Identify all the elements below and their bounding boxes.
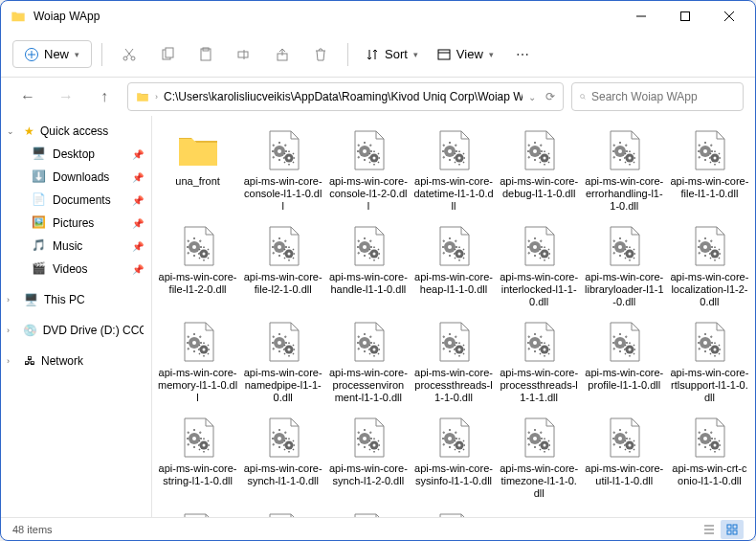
share-button[interactable]: [265, 37, 300, 72]
search-box[interactable]: [571, 82, 744, 111]
file-name: api-ms-win-core-synch-l1-1-0.dll: [243, 462, 322, 501]
file-item[interactable]: api-ms-win-core-file-l1-1-0.dll: [668, 124, 751, 217]
refresh-icon[interactable]: ⟳: [545, 90, 555, 103]
dll-icon: [431, 127, 477, 173]
close-button[interactable]: [707, 1, 751, 32]
dll-icon: [175, 223, 221, 269]
star-icon: ★: [24, 124, 34, 138]
sidebar-item[interactable]: 🎬Videos📌: [1, 258, 151, 281]
copy-button[interactable]: [150, 37, 185, 72]
file-item[interactable]: api-ms-win-core-processthreads-l1-1-1.dl…: [498, 315, 581, 409]
item-icon: 🎵: [32, 238, 47, 254]
statusbar: 48 items: [1, 517, 755, 540]
file-name: api-ms-win-core-string-l1-1-0.dll: [158, 462, 237, 501]
path-text[interactable]: [164, 90, 523, 103]
file-item[interactable]: api-ms-win-core-errorhandling-l1-1-0.dll: [583, 124, 666, 217]
address-input[interactable]: › ⌄ ⟳: [127, 82, 564, 111]
rename-button[interactable]: [227, 37, 261, 72]
icons-view-button[interactable]: [721, 520, 744, 539]
up-button[interactable]: ↑: [89, 81, 120, 112]
file-item[interactable]: api-ms-win-core-interlocked-l1-1-0.dll: [498, 219, 581, 313]
pin-icon: 📌: [132, 218, 144, 229]
item-icon: 📄: [32, 192, 47, 208]
svg-rect-22: [438, 50, 450, 59]
file-pane[interactable]: una_frontapi-ms-win-core-console-l1-1-0.…: [152, 116, 755, 517]
file-item[interactable]: api-ms-win-core-profile-l1-1-0.dll: [583, 315, 666, 409]
file-item[interactable]: api-ms-win-core-heap-l1-1-0.dll: [411, 219, 495, 313]
file-item[interactable]: api-ms-win-core-localization-l1-2-0.dll: [668, 219, 751, 313]
dll-icon: [345, 415, 391, 461]
file-item[interactable]: api-ms-win-core-namedpipe-l1-1-0.dll: [241, 315, 324, 409]
svg-rect-29: [727, 525, 731, 529]
file-item[interactable]: api-ms-win-core-rtlsupport-l1-1-0.dll: [668, 315, 751, 409]
minimize-button[interactable]: [619, 1, 663, 32]
file-item[interactable]: api-ms-win-core-libraryloader-l1-1-0.dll: [583, 219, 666, 313]
dll-icon: [260, 223, 306, 269]
folder-item[interactable]: una_front: [156, 124, 239, 217]
sidebar-this-pc[interactable]: › 🖥️ This PC: [1, 288, 151, 311]
file-item[interactable]: api-ms-win-core-sysinfo-l1-1-0.dll: [411, 411, 495, 505]
file-item[interactable]: api-ms-win-core-datetime-l1-1-0.dll: [411, 124, 495, 217]
dll-icon: [260, 415, 306, 461]
sidebar-item[interactable]: ⬇️Downloads📌: [1, 166, 151, 189]
file-item[interactable]: api-ms-win-crt-environment-l1-1-0.dll: [241, 507, 324, 517]
file-item[interactable]: api-ms-win-core-processenvironment-l1-1-…: [326, 315, 410, 409]
file-item[interactable]: api-ms-win-core-string-l1-1-0.dll: [156, 411, 239, 505]
pin-icon: 📌: [132, 172, 144, 183]
file-item[interactable]: avcodec-60.dll: [411, 507, 495, 517]
sidebar-item-label: Videos: [53, 262, 87, 276]
file-item[interactable]: api-ms-win-core-debug-l1-1-0.dll: [498, 124, 581, 217]
pin-icon: 📌: [132, 149, 144, 160]
sidebar-item-label: This PC: [44, 293, 85, 306]
chevron-down-icon[interactable]: ⌄: [528, 92, 536, 102]
delete-button[interactable]: [303, 37, 338, 72]
dll-icon: [601, 127, 647, 173]
file-item[interactable]: api-ms-win-core-synch-l1-1-0.dll: [241, 411, 324, 505]
sidebar-item[interactable]: 🖼️Pictures📌: [1, 212, 151, 235]
chevron-down-icon: ⌄: [7, 126, 18, 136]
search-input[interactable]: [591, 90, 735, 103]
details-view-button[interactable]: [698, 520, 721, 539]
file-name: api-ms-win-core-processthreads-l1-1-1.dl…: [500, 367, 579, 405]
dll-icon: [686, 223, 732, 269]
file-item[interactable]: api-ms-win-core-timezone-l1-1-0.dll: [498, 411, 581, 505]
dll-icon: [516, 127, 562, 173]
dll-icon: [175, 415, 221, 461]
chevron-right-icon: ›: [7, 295, 18, 304]
sidebar-item[interactable]: 🖥️Desktop📌: [1, 143, 151, 166]
file-item[interactable]: api-ms-win-crt-convert-l1-1-0.dll: [156, 507, 239, 517]
file-item[interactable]: api-ms-win-core-processthreads-l1-1-0.dl…: [411, 315, 495, 409]
sidebar-item-label: Pictures: [53, 216, 94, 230]
sidebar-item-label: Desktop: [53, 147, 95, 161]
item-icon: 🖼️: [32, 215, 47, 231]
file-item[interactable]: api-ms-win-core-file-l2-1-0.dll: [241, 219, 324, 313]
file-item[interactable]: api-ms-win-core-handle-l1-1-0.dll: [326, 219, 410, 313]
file-name: api-ms-win-core-handle-l1-1-0.dll: [328, 271, 408, 309]
file-item[interactable]: api-ms-win-core-memory-l1-1-0.dll: [156, 315, 239, 409]
share-icon: [275, 47, 290, 62]
sidebar-quick-access[interactable]: ⌄ ★ Quick access: [1, 120, 151, 143]
paste-button[interactable]: [189, 37, 223, 72]
cut-button[interactable]: [112, 37, 146, 72]
back-button[interactable]: ←: [12, 81, 43, 112]
file-item[interactable]: api-ms-win-crt-filesystem-l1-1-0.dll: [326, 507, 410, 517]
file-item[interactable]: api-ms-win-core-synch-l1-2-0.dll: [326, 411, 410, 505]
file-item[interactable]: api-ms-win-core-console-l1-2-0.dll: [326, 124, 410, 217]
sidebar-item[interactable]: 🎵Music📌: [1, 235, 151, 258]
new-label: New: [44, 47, 69, 61]
view-dropdown[interactable]: View ▾: [430, 41, 501, 67]
sort-dropdown[interactable]: Sort ▾: [358, 41, 426, 67]
sidebar-network[interactable]: › 🖧 Network: [1, 349, 151, 372]
file-item[interactable]: api-ms-win-core-util-l1-1-0.dll: [583, 411, 666, 505]
sidebar-dvd[interactable]: › 💿 DVD Drive (D:) CCCC: [1, 319, 151, 342]
file-item[interactable]: api-ms-win-core-console-l1-1-0.dll: [241, 124, 324, 217]
sidebar: ⌄ ★ Quick access 🖥️Desktop📌⬇️Downloads📌📄…: [1, 116, 152, 517]
forward-button[interactable]: →: [51, 81, 81, 112]
file-item[interactable]: api-ms-win-core-file-l1-2-0.dll: [156, 219, 239, 313]
more-button[interactable]: ⋯: [505, 37, 540, 72]
new-button[interactable]: New ▾: [12, 40, 92, 68]
file-item[interactable]: api-ms-win-crt-conio-l1-1-0.dll: [668, 411, 751, 505]
sidebar-item[interactable]: 📄Documents📌: [1, 189, 151, 212]
maximize-button[interactable]: [663, 1, 707, 32]
pin-icon: 📌: [132, 241, 144, 252]
